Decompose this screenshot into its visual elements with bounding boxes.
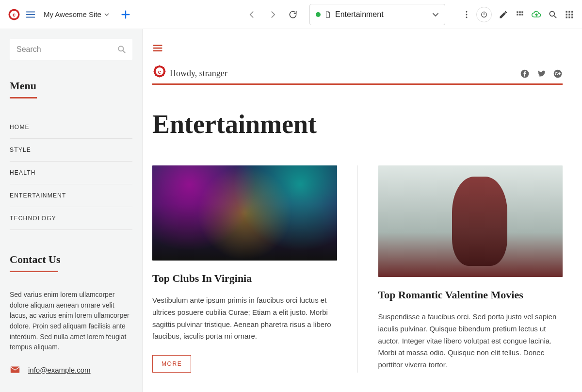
svg-rect-6: [519, 11, 520, 13]
nav-arrows: [247, 10, 298, 19]
svg-rect-13: [568, 11, 570, 12]
more-button[interactable]: MORE: [152, 355, 191, 373]
post-card: Top Clubs In Virginia Vestibulum ante ip…: [152, 165, 358, 373]
plus-icon: [120, 9, 131, 20]
svg-rect-8: [517, 14, 518, 15]
hamburger-icon[interactable]: [25, 9, 36, 20]
svg-rect-19: [568, 16, 570, 18]
heading-underline: [10, 271, 58, 272]
menu-list: HOME STYLE HEALTH ENTERTAINMENT TECHNOLO…: [10, 116, 132, 230]
svg-point-4: [466, 16, 468, 18]
grid-small-icon[interactable]: [515, 10, 525, 19]
svg-rect-20: [571, 16, 573, 18]
sidebar: Menu HOME STYLE HEALTH ENTERTAINMENT TEC…: [0, 29, 143, 392]
google-plus-icon[interactable]: G+: [553, 69, 563, 79]
facebook-icon[interactable]: [520, 69, 530, 79]
add-button[interactable]: [119, 8, 132, 21]
svg-rect-14: [571, 11, 573, 12]
chevron-down-icon: [432, 11, 439, 18]
menu-item-entertainment[interactable]: ENTERTAINMENT: [10, 184, 132, 207]
menu-item-health[interactable]: HEALTH: [10, 162, 132, 184]
chevron-down-icon: [104, 12, 109, 17]
svg-rect-7: [521, 11, 523, 13]
email-row: info@example.com: [10, 364, 132, 375]
page-icon: [324, 11, 331, 18]
post-image[interactable]: [152, 165, 337, 261]
right-tools: [476, 7, 574, 22]
gear-logo-icon: c: [152, 64, 167, 79]
post-image[interactable]: [378, 165, 563, 277]
email-link[interactable]: info@example.com: [28, 366, 91, 374]
search-icon[interactable]: [548, 10, 558, 19]
svg-rect-17: [571, 14, 573, 15]
site-header: c Howdy, stranger G+: [152, 64, 563, 79]
contact-block: Contact Us Sed varius enim lorem ullamco…: [10, 253, 132, 375]
svg-rect-16: [568, 14, 570, 15]
svg-rect-15: [566, 14, 567, 15]
heading-underline: [10, 97, 37, 98]
page-menu-icon[interactable]: [152, 43, 163, 53]
topbar: c My Awesome Site Entertainment: [0, 0, 582, 29]
post-text: Suspendisse a faucibus orci. Sed porta j…: [378, 311, 563, 371]
power-button[interactable]: [476, 7, 492, 22]
site-name-dropdown[interactable]: My Awesome Site: [44, 10, 109, 18]
svg-rect-12: [566, 11, 567, 12]
menu-item-home[interactable]: HOME: [10, 116, 132, 139]
svg-text:c: c: [158, 69, 161, 75]
svg-rect-18: [566, 16, 567, 18]
contact-text: Sed varius enim lorem ullamcorper dolore…: [10, 290, 132, 353]
header-bar: [152, 83, 563, 85]
search-input[interactable]: [10, 39, 132, 60]
forward-icon[interactable]: [268, 10, 277, 19]
post-title[interactable]: Top Romantic Valentine Movies: [378, 289, 563, 301]
status-dot-icon: [316, 12, 321, 17]
svg-rect-9: [519, 14, 520, 15]
twitter-icon[interactable]: [536, 69, 546, 79]
svg-text:c: c: [13, 12, 16, 17]
power-icon: [480, 11, 488, 18]
site-name-label: My Awesome Site: [44, 10, 101, 18]
howdy-text: Howdy, stranger: [170, 68, 227, 79]
social-icons: G+: [520, 69, 563, 79]
apps-grid-icon[interactable]: [565, 10, 574, 19]
page-title: Entertainment: [152, 109, 563, 139]
posts: Top Clubs In Virginia Vestibulum ante ip…: [152, 165, 563, 373]
svg-point-2: [466, 11, 468, 12]
menu-item-technology[interactable]: TECHNOLOGY: [10, 207, 132, 230]
svg-rect-10: [521, 14, 523, 15]
edit-icon[interactable]: [499, 10, 508, 19]
menu-item-style[interactable]: STYLE: [10, 139, 132, 162]
gear-logo-icon: c: [8, 8, 20, 21]
refresh-icon[interactable]: [288, 10, 298, 19]
contact-heading: Contact Us: [10, 253, 132, 266]
envelope-icon: [10, 364, 20, 375]
svg-point-11: [550, 11, 554, 16]
svg-point-3: [466, 14, 468, 15]
post-title[interactable]: Top Clubs In Virginia: [152, 272, 337, 285]
more-menu-icon[interactable]: [462, 10, 471, 19]
back-icon[interactable]: [247, 10, 257, 19]
cloud-upload-icon[interactable]: [532, 10, 541, 19]
main: c Howdy, stranger G+ Entertainment Top C…: [143, 29, 582, 392]
page-selector[interactable]: Entertainment: [309, 4, 445, 25]
search-wrap: [10, 39, 132, 60]
svg-rect-22: [11, 367, 19, 373]
page-label: Entertainment: [335, 10, 428, 19]
menu-heading: Menu: [10, 80, 132, 92]
post-card: Top Romantic Valentine Movies Suspendiss…: [378, 165, 563, 373]
svg-text:G+: G+: [555, 71, 561, 76]
post-text: Vestibulum ante ipsum primis in faucibus…: [152, 294, 337, 343]
search-icon[interactable]: [117, 45, 127, 54]
svg-rect-5: [517, 11, 518, 13]
